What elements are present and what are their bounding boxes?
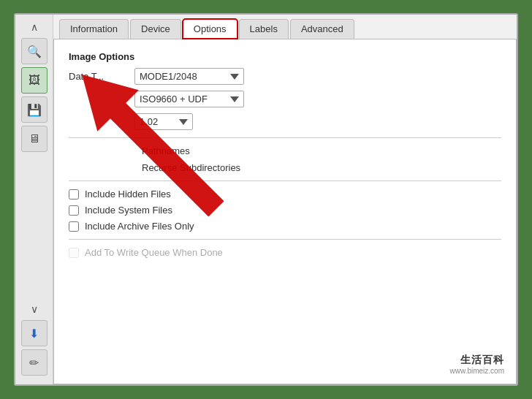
version-row: 1.02 1.00 1.01 2.00 xyxy=(69,113,501,130)
checkbox-archive: Include Archive Files Only xyxy=(69,221,501,232)
watermark: 生活百科 www.bimeiz.com xyxy=(444,351,510,378)
app-window: ∧ 🔍 🖼 💾 🖥 ∨ ⬇ ✏ Information Device Optio… xyxy=(14,13,518,386)
divider-3 xyxy=(69,239,501,240)
content-area: Image Options Data T... MODE1/2048 MODE2… xyxy=(53,39,517,384)
divider-2 xyxy=(69,180,501,181)
checkbox-archive-label: Include Archive Files Only xyxy=(85,221,194,232)
checkbox-archive-input[interactable] xyxy=(69,221,79,232)
pathnames-label: Pathnames xyxy=(142,145,200,156)
sidebar: ∧ 🔍 🖼 💾 🖥 ∨ ⬇ ✏ xyxy=(15,15,53,384)
checkbox-hidden: Include Hidden Files xyxy=(69,189,501,200)
data-type-label: Data T... xyxy=(69,71,127,82)
watermark-url: www.bimeiz.com xyxy=(450,367,504,375)
sidebar-btn-down[interactable]: ⬇ xyxy=(21,320,48,346)
tab-information[interactable]: Information xyxy=(59,19,129,39)
checkbox-system-input[interactable] xyxy=(69,205,79,216)
sidebar-chevron-up[interactable]: ∧ xyxy=(21,19,48,35)
checkbox-hidden-label: Include Hidden Files xyxy=(85,189,171,200)
checkbox-writequeue-input xyxy=(69,248,79,258)
filesystem-row: ISO9660 + UDF ISO9660 UDF xyxy=(69,91,501,107)
recurse-label: Recurse Subdirectories xyxy=(142,162,240,173)
divider-1 xyxy=(69,137,501,138)
tab-device[interactable]: Device xyxy=(130,19,181,39)
checkbox-writequeue: Add To Write Queue When Done xyxy=(69,247,501,258)
tab-bar: Information Device Options Labels Advanc… xyxy=(53,15,517,39)
section-image-options: Image Options xyxy=(69,51,501,62)
filesystem-select[interactable]: ISO9660 + UDF ISO9660 UDF xyxy=(134,91,244,107)
data-type-select[interactable]: MODE1/2048 MODE2/2048 MODE2/2336 xyxy=(134,68,244,85)
sidebar-btn-monitor[interactable]: 🖥 xyxy=(21,126,48,152)
sidebar-btn-save[interactable]: 💾 xyxy=(21,96,48,123)
sidebar-chevron-down[interactable]: ∨ xyxy=(21,301,48,317)
tab-advanced[interactable]: Advanced xyxy=(290,19,354,39)
checkbox-writequeue-label: Add To Write Queue When Done xyxy=(85,247,223,258)
tab-labels[interactable]: Labels xyxy=(239,19,289,39)
data-type-row: Data T... MODE1/2048 MODE2/2048 MODE2/23… xyxy=(69,68,501,85)
sidebar-btn-edit[interactable]: ✏ xyxy=(21,349,48,376)
tab-options[interactable]: Options xyxy=(183,19,238,39)
watermark-cn: 生活百科 xyxy=(460,354,504,367)
sidebar-btn-search[interactable]: 🔍 xyxy=(21,38,48,64)
checkbox-hidden-input[interactable] xyxy=(69,189,79,200)
pathnames-row: Pathnames xyxy=(142,145,501,156)
checkbox-system: Include System Files xyxy=(69,205,501,216)
recurse-row: Recurse Subdirectories xyxy=(142,162,501,173)
version-select[interactable]: 1.02 1.00 1.01 2.00 xyxy=(134,113,193,130)
sidebar-btn-image[interactable]: 🖼 xyxy=(21,67,48,94)
checkbox-system-label: Include System Files xyxy=(85,205,172,216)
main-content: Information Device Options Labels Advanc… xyxy=(53,15,517,384)
